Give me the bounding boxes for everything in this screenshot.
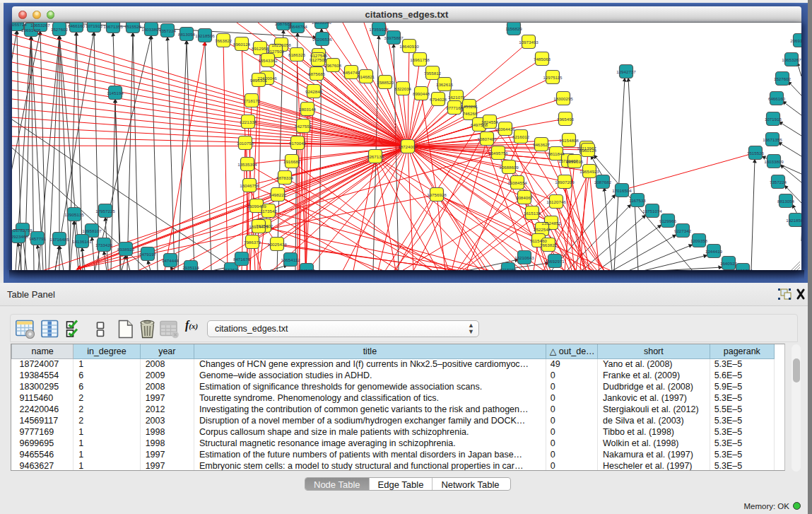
svg-text:8960124: 8960124: [579, 148, 597, 153]
svg-text:1453201: 1453201: [461, 104, 478, 109]
svg-text:1733426: 1733426: [95, 243, 113, 247]
svg-text:1615132: 1615132: [524, 211, 541, 216]
svg-text:18226058: 18226058: [271, 42, 291, 47]
svg-text:6216012: 6216012: [512, 134, 530, 139]
svg-text:1527602: 1527602: [51, 27, 69, 32]
svg-text:16671355: 16671355: [103, 24, 123, 29]
svg-text:17957225: 17957225: [95, 209, 115, 214]
svg-text:15692971: 15692971: [545, 259, 565, 264]
svg-text:1244419: 1244419: [705, 249, 723, 254]
svg-text:12923468: 12923468: [12, 234, 28, 239]
svg-text:7986372: 7986372: [244, 240, 261, 245]
svg-text:19756928: 19756928: [427, 192, 447, 197]
svg-text:8938923: 8938923: [117, 247, 135, 252]
svg-text:6498222: 6498222: [269, 192, 287, 197]
svg-text:9084067: 9084067: [516, 195, 534, 200]
svg-text:7663822: 7663822: [540, 243, 558, 247]
svg-text:9227342: 9227342: [674, 228, 692, 233]
svg-text:13524851: 13524851: [541, 221, 561, 226]
svg-text:8912954: 8912954: [252, 46, 269, 51]
svg-text:1167533: 1167533: [629, 198, 646, 203]
svg-text:10973493: 10973493: [519, 40, 539, 45]
svg-text:10807487: 10807487: [477, 136, 497, 141]
svg-text:1916682: 1916682: [283, 159, 301, 164]
svg-text:746266: 746266: [463, 111, 478, 116]
svg-text:8267130: 8267130: [367, 154, 384, 159]
svg-text:9899695: 9899695: [566, 159, 584, 164]
svg-text:19654923: 19654923: [579, 169, 599, 174]
svg-text:2718170: 2718170: [243, 98, 261, 103]
svg-text:8322034: 8322034: [394, 86, 412, 91]
svg-text:16046756: 16046756: [240, 183, 259, 188]
svg-text:19218506: 19218506: [786, 218, 801, 223]
svg-text:15751074: 15751074: [642, 209, 662, 214]
svg-text:14136141: 14136141: [72, 239, 92, 244]
svg-text:1965493: 1965493: [557, 117, 575, 122]
svg-text:19384554: 19384554: [507, 180, 527, 185]
svg-text:9127503: 9127503: [267, 49, 285, 54]
svg-text:15716485: 15716485: [49, 237, 69, 242]
svg-text:2087682: 2087682: [594, 180, 612, 185]
svg-text:8427552: 8427552: [295, 124, 312, 129]
svg-text:20691406: 20691406: [21, 28, 41, 33]
svg-text:33975887: 33975887: [384, 35, 404, 40]
svg-text:1362615: 1362615: [436, 82, 454, 87]
svg-text:9463627: 9463627: [533, 142, 551, 147]
svg-text:7663822: 7663822: [215, 38, 233, 43]
svg-text:10688609: 10688609: [499, 165, 519, 170]
svg-text:10653267: 10653267: [30, 23, 50, 28]
svg-text:2803144: 2803144: [299, 107, 317, 112]
svg-text:16099489: 16099489: [247, 204, 266, 209]
svg-text:9457791: 9457791: [29, 236, 47, 241]
svg-text:3824554: 3824554: [481, 119, 499, 124]
svg-text:9129966: 9129966: [659, 218, 677, 223]
svg-text:1010755: 1010755: [237, 141, 254, 146]
svg-text:6479197: 6479197: [139, 252, 157, 257]
svg-text:16961758: 16961758: [410, 57, 430, 62]
svg-text:7357224: 7357224: [159, 28, 177, 33]
svg-text:1145194: 1145194: [107, 90, 124, 95]
svg-text:16914479: 16914479: [249, 224, 269, 229]
svg-text:16495756: 16495756: [488, 151, 508, 156]
svg-text:9474444: 9474444: [162, 258, 180, 263]
svg-text:1527602: 1527602: [774, 76, 792, 81]
svg-text:20364436: 20364436: [495, 127, 515, 132]
svg-text:10958107: 10958107: [82, 228, 102, 233]
svg-text:12905135: 12905135: [64, 212, 84, 217]
svg-text:1156829: 1156829: [505, 26, 522, 31]
svg-text:16782759: 16782759: [13, 228, 33, 233]
svg-text:16210643: 16210643: [514, 255, 534, 260]
svg-text:18300295: 18300295: [553, 96, 573, 101]
svg-text:2935114: 2935114: [182, 265, 199, 270]
svg-text:10654112: 10654112: [281, 257, 300, 262]
svg-text:1621072: 1621072: [448, 95, 466, 100]
svg-text:2967608: 2967608: [324, 63, 342, 68]
svg-text:12942737: 12942737: [616, 69, 636, 74]
svg-text:8990448: 8990448: [413, 91, 430, 96]
svg-text:7515526: 7515526: [747, 151, 765, 156]
svg-text:16648784: 16648784: [288, 24, 307, 29]
svg-text:16671355: 16671355: [763, 137, 782, 142]
svg-text:18724007: 18724007: [398, 144, 418, 149]
svg-text:9896301: 9896301: [250, 78, 268, 83]
svg-text:12975115: 12975115: [543, 75, 563, 80]
svg-text:1640923: 1640923: [720, 261, 738, 266]
svg-text:8186323: 8186323: [288, 52, 306, 57]
svg-text:17359928: 17359928: [369, 27, 389, 32]
svg-text:7955812: 7955812: [424, 71, 442, 76]
svg-text:9127508: 9127508: [310, 57, 327, 62]
svg-text:8878334: 8878334: [276, 175, 294, 180]
svg-text:16120746: 16120746: [546, 199, 566, 204]
svg-text:6466160: 6466160: [68, 23, 86, 28]
svg-text:1173542: 1173542: [260, 209, 277, 214]
svg-text:6794028: 6794028: [430, 97, 447, 102]
svg-text:7357224: 7357224: [770, 180, 787, 185]
svg-text:18640910: 18640910: [399, 44, 419, 49]
svg-text:1209358: 1209358: [690, 238, 708, 243]
svg-text:10653267: 10653267: [782, 57, 801, 62]
svg-text:16543362: 16543362: [258, 58, 278, 63]
svg-text:8960124: 8960124: [233, 42, 251, 47]
svg-text:7485063: 7485063: [534, 57, 551, 62]
svg-text:20691406: 20691406: [790, 38, 801, 43]
svg-text:24055724: 24055724: [12, 23, 27, 27]
